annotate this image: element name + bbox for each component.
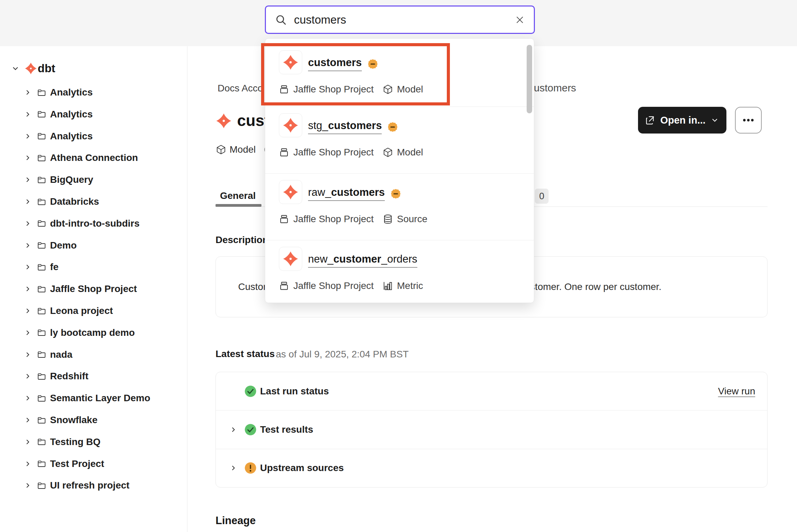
chevron-right-icon[interactable] [24,154,32,162]
sidebar-item-nada[interactable]: nada [0,345,187,364]
status-row-test-results[interactable]: Test results [216,410,767,448]
sidebar-item-bigquery[interactable]: BigQuery [0,170,187,189]
success-check-icon [244,385,257,397]
dbt-logo-icon [25,62,37,75]
chevron-right-icon[interactable] [24,438,32,446]
folder-icon [37,306,46,316]
breadcrumb: Docs Acco [218,83,263,94]
active-tab-underline [216,204,261,207]
folder-icon [37,416,46,425]
chevron-right-icon[interactable] [24,307,32,315]
chevron-right-icon[interactable] [24,198,32,206]
sidebar-root-label: dbt [38,62,55,75]
chevron-right-icon[interactable] [24,88,32,97]
sidebar-item-analytics[interactable]: Analytics [0,127,187,146]
chevron-right-icon[interactable] [24,132,32,140]
dropdown-scrollbar-thumb[interactable] [527,45,532,113]
search-box[interactable] [265,5,535,34]
result-name-link[interactable]: new_customer_orders [308,253,417,268]
chevron-right-icon[interactable] [24,110,32,118]
chevron-right-icon[interactable] [24,351,32,359]
result-divider [265,240,534,240]
result-project-label: Jaffle Shop Project [293,280,374,291]
sidebar-item-test-project[interactable]: Test Project [0,454,187,473]
folder-icon [37,263,46,272]
folder-icon [37,394,46,403]
sidebar-item-leona-project[interactable]: Leona project [0,301,187,320]
warning-icon [244,462,257,474]
chevron-right-icon[interactable] [24,285,32,293]
chevron-right-icon[interactable] [24,241,32,250]
chevron-right-icon[interactable] [24,329,32,337]
model-cube-icon [383,147,393,157]
result-name-link[interactable]: customers [308,56,362,71]
search-input[interactable] [294,13,508,26]
result-divider [265,106,534,107]
folder-icon [37,241,46,250]
sidebar-item-demo[interactable]: Demo [0,236,187,255]
sidebar-item-label: Redshift [50,371,88,382]
folder-icon [37,437,46,446]
result-name-prefix: new_ [308,253,333,265]
folder-icon [37,175,46,185]
chevron-right-icon[interactable] [24,416,32,424]
chevron-right-icon[interactable] [24,219,32,228]
result-name-link[interactable]: stg_customers [308,119,382,134]
search-result-new_customer_orders[interactable]: new_customer_orders Jaffle Shop Project … [265,240,534,303]
sidebar-item-testing-bq[interactable]: Testing BQ [0,432,187,452]
result-type-label: Model [397,147,423,158]
status-row-label: Test results [260,424,313,435]
sidebar-item-label: Demo [50,240,77,251]
sidebar-item-label: nada [50,349,72,360]
status-row-upstream-sources[interactable]: Upstream sources [216,449,767,487]
project-icon [279,214,289,224]
sidebar-item-label: dbt-intro-to-subdirs [50,218,139,229]
sidebar-item-label: Testing BQ [50,436,100,447]
more-options-button[interactable] [735,107,762,134]
sidebar-item-label: Leona project [50,305,113,316]
folder-icon [37,481,46,490]
sidebar-item-snowflake[interactable]: Snowflake [0,410,187,430]
view-run-link[interactable]: View run [718,386,755,397]
folder-icon [37,110,46,119]
sidebar-item-athena-connection[interactable]: Athena Connection [0,148,187,167]
sidebar-item-analytics[interactable]: Analytics [0,105,187,124]
dbt-result-logo-icon [279,247,302,271]
search-result-customers[interactable]: customers Jaffle Shop Project Model [265,43,534,106]
sidebar-item-analytics[interactable]: Analytics [0,83,187,102]
search-result-raw_customers[interactable]: raw_customers Jaffle Shop Project Source [265,173,534,240]
sidebar-item-redshift[interactable]: Redshift [0,367,187,386]
clear-search-icon[interactable] [515,15,525,25]
chevron-right-icon[interactable] [24,176,32,184]
sidebar-item-fe[interactable]: fe [0,257,187,277]
latest-status-timestamp: as of Jul 9, 2025, 2:04 PM BST [276,349,409,360]
sidebar-item-jaffle-shop-project[interactable]: Jaffle Shop Project [0,279,187,299]
result-type-label: Model [397,84,423,95]
sidebar-item-label: ly bootcamp demo [50,327,135,338]
chevron-right-icon[interactable] [24,460,32,468]
chevron-right-icon[interactable] [229,464,237,472]
result-divider [265,173,534,174]
sidebar-item-ly-bootcamp-demo[interactable]: ly bootcamp demo [0,323,187,342]
source-database-icon [383,214,393,224]
sidebar-item-databricks[interactable]: Databricks [0,192,187,211]
chevron-right-icon[interactable] [24,481,32,490]
sidebar-item-label: Databricks [50,196,99,207]
chevron-right-icon[interactable] [24,372,32,380]
chevron-right-icon[interactable] [24,263,32,271]
ellipsis-icon [741,113,755,127]
sidebar-item-semantic-layer-demo[interactable]: Semantic Layer Demo [0,389,187,408]
lineage-heading: Lineage [216,515,256,527]
sidebar-item-ui-refresh-project[interactable]: UI refresh project [0,476,187,495]
tab-general[interactable]: General [220,190,256,201]
result-type-label: Metric [397,280,423,291]
sidebar-item-dbt-intro-to-subdirs[interactable]: dbt-intro-to-subdirs [0,214,187,233]
open-in-button[interactable]: Open in... [638,107,726,134]
chevron-down-icon[interactable] [11,64,20,73]
result-project-label: Jaffle Shop Project [293,147,374,158]
sidebar-item-label: Analytics [50,131,93,142]
chevron-right-icon[interactable] [24,394,32,402]
search-result-stg_customers[interactable]: stg_customers Jaffle Shop Project Model [265,106,534,173]
result-name-link[interactable]: raw_customers [308,186,385,201]
chevron-right-icon[interactable] [229,425,237,434]
